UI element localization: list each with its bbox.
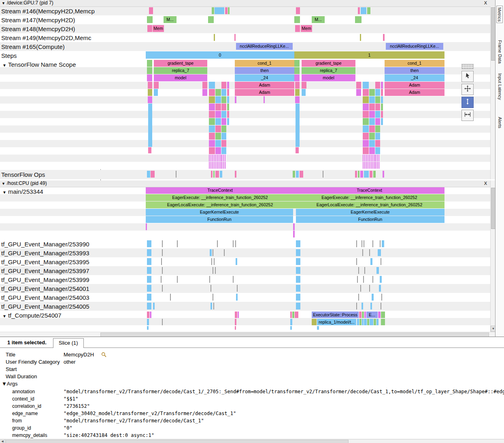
trace-slice[interactable] [147, 303, 151, 309]
trace-slice[interactable] [150, 312, 151, 318]
trace-slice[interactable] [370, 171, 372, 178]
trace-slice[interactable] [375, 118, 380, 125]
trace-slice[interactable] [148, 89, 152, 96]
trace-slice[interactable] [215, 7, 224, 14]
trace-slice[interactable] [367, 319, 369, 325]
trace-slice[interactable] [363, 276, 364, 283]
trace-slice[interactable] [221, 111, 226, 118]
trace-slice[interactable] [221, 96, 226, 103]
trace-slice[interactable] [362, 303, 363, 309]
trace-slice[interactable] [294, 67, 300, 74]
gpu-process-header[interactable]: ▼/device:GPU:7 (pid 7) X [0, 0, 495, 7]
trace-slice[interactable] [209, 147, 215, 154]
track-label[interactable]: ▼tf_Compute/254007 [0, 311, 101, 321]
trace-slice[interactable] [369, 133, 375, 140]
trace-slice[interactable]: FunctionRun [296, 216, 444, 223]
trace-slice[interactable] [375, 111, 380, 118]
trace-slice[interactable] [215, 96, 221, 103]
trace-slice[interactable]: ncclAllReduceRingLLKe... [236, 43, 293, 50]
args-section-header[interactable]: ▼Args [0, 380, 504, 388]
trace-slice[interactable] [235, 240, 236, 247]
trace-slice[interactable] [364, 267, 365, 274]
trace-slice[interactable]: Adam [385, 89, 444, 96]
trace-slice[interactable] [209, 89, 215, 96]
trace-slice[interactable] [221, 104, 226, 110]
trace-slice[interactable] [381, 111, 383, 118]
trace-slice[interactable] [380, 240, 381, 247]
trace-slice[interactable] [363, 133, 369, 140]
trace-slice[interactable] [213, 267, 213, 274]
trace-slice[interactable] [214, 34, 215, 41]
trace-slice[interactable] [217, 240, 218, 247]
trace-slice[interactable] [147, 312, 149, 318]
trace-slice[interactable] [235, 312, 237, 318]
trace-slice[interactable] [215, 171, 219, 178]
trace-slice[interactable] [221, 89, 226, 96]
trace-slice[interactable] [362, 312, 364, 318]
trace-slice[interactable] [213, 171, 215, 178]
track-label[interactable]: ▼TensorFlow Name Scope [0, 60, 101, 70]
trace-slice[interactable]: then [235, 67, 294, 74]
trace-slice[interactable] [302, 89, 306, 96]
trace-slice[interactable] [147, 326, 149, 330]
trace-slice[interactable]: 1 [294, 51, 444, 59]
trace-slice[interactable]: EagerExecute: __inference_train_function… [294, 194, 444, 201]
trace-slice[interactable] [209, 133, 215, 140]
trace-slice[interactable] [170, 294, 171, 301]
trace-slice[interactable] [162, 267, 163, 274]
trace-slice[interactable] [209, 125, 215, 132]
trace-slice[interactable] [372, 294, 374, 301]
trace-slice[interactable] [221, 155, 226, 161]
trace-slice[interactable] [358, 294, 359, 301]
trace-slice[interactable]: Adam [235, 89, 294, 96]
trace-slice[interactable] [357, 276, 358, 283]
trace-slice[interactable]: ncclAllReduceRingLLKe... [386, 43, 443, 50]
trace-slice[interactable] [296, 276, 300, 283]
trace-slice[interactable] [227, 111, 229, 118]
trace-slice[interactable] [369, 249, 370, 256]
trace-slice[interactable]: _24 [385, 74, 444, 81]
trace-slice[interactable] [296, 249, 300, 256]
trace-slice[interactable] [360, 285, 361, 292]
pan-tool-button[interactable] [461, 84, 474, 95]
trace-slice[interactable] [296, 7, 300, 14]
trace-slice[interactable] [379, 285, 381, 292]
trace-slice[interactable] [375, 162, 380, 169]
trace-slice[interactable] [375, 96, 380, 103]
trace-slice[interactable] [294, 74, 300, 81]
trace-slice[interactable] [153, 303, 155, 309]
collapse-icon[interactable]: ▼ [2, 314, 6, 318]
trace-slice[interactable] [294, 16, 300, 23]
trace-slice[interactable] [369, 147, 375, 154]
trace-slice[interactable] [215, 147, 221, 154]
trace-slice[interactable] [369, 104, 375, 110]
trace-slice[interactable] [362, 249, 363, 256]
collapse-icon[interactable]: ▼ [2, 63, 6, 68]
trace-slice[interactable] [161, 258, 162, 265]
trace-slice[interactable] [295, 25, 300, 32]
trace-slice[interactable] [293, 171, 295, 178]
trace-slice[interactable] [356, 89, 361, 96]
trace-slice[interactable] [213, 303, 214, 309]
trace-slice[interactable] [381, 104, 383, 110]
trace-slice[interactable] [162, 285, 163, 292]
trace-slice[interactable] [221, 140, 226, 147]
trace-slice[interactable]: EagerLocalExecute: __inference_train_fun… [294, 201, 444, 208]
trace-slice[interactable] [360, 34, 361, 41]
trace-slice[interactable] [147, 258, 151, 265]
trace-slice[interactable] [293, 223, 295, 230]
trace-slice[interactable] [290, 319, 292, 325]
trace-slice[interactable]: then [385, 67, 444, 74]
trace-slice[interactable]: gradient_tape [302, 60, 355, 67]
scroll-thumb[interactable] [6, 440, 349, 443]
trace-slice[interactable] [215, 118, 221, 125]
trace-slice[interactable] [376, 319, 379, 325]
trace-slice[interactable] [363, 162, 369, 169]
trace-slice[interactable] [215, 162, 221, 169]
trace-slice[interactable] [359, 319, 362, 325]
trace-slice[interactable] [148, 96, 152, 103]
trace-slice[interactable] [177, 276, 178, 283]
trace-slice[interactable] [227, 104, 229, 110]
collapse-icon[interactable]: ▼ [2, 182, 5, 186]
trace-slice[interactable] [225, 7, 228, 14]
